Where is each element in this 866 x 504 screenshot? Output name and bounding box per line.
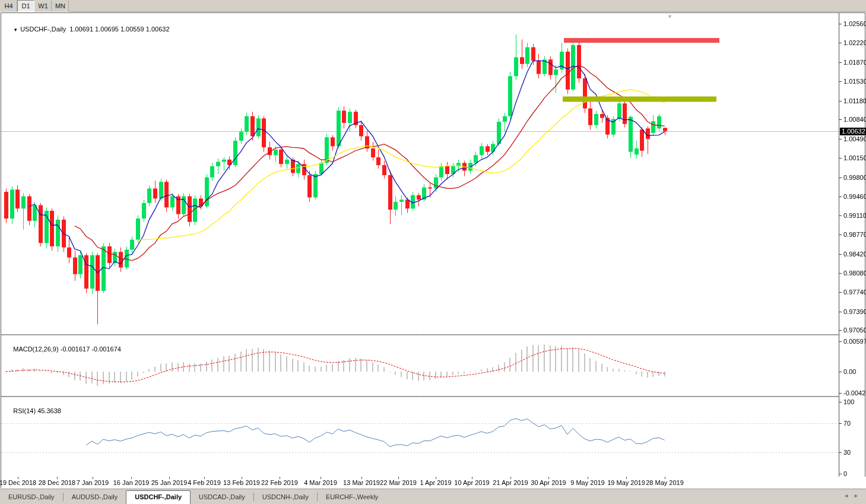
price-axis-label: 1.02560 xyxy=(843,20,866,27)
chart-tab-eurchf[interactable]: EURCHF-,Weekly xyxy=(318,491,386,503)
timeframe-toolbar: H4D1W1MN xyxy=(0,0,866,12)
current-bid-price-badge: 1.00632 xyxy=(840,128,866,135)
price-axis-label: 0.99110 xyxy=(843,212,866,219)
date-axis-label: 19 May 2019 xyxy=(607,479,645,486)
macd-axis-label: 0.00597 xyxy=(843,338,866,345)
ohlc-close: 1.00632 xyxy=(146,26,170,33)
ohlc-high: 1.00695 xyxy=(95,26,119,33)
price-axis-label: 0.98420 xyxy=(843,251,866,258)
chart-symbol-period: USDCHF-,Daily xyxy=(20,26,66,33)
chart-window: ▼USDCHF-,Daily 1.00691 1.00695 1.00559 1… xyxy=(1,12,865,488)
timeframe-button-w1[interactable]: W1 xyxy=(34,0,52,12)
ohlc-low: 1.00559 xyxy=(120,26,144,33)
price-axis-label: 0.98080 xyxy=(843,270,866,277)
price-axis-label: 0.99460 xyxy=(843,193,866,200)
price-axis-label: 1.00490 xyxy=(843,135,866,142)
date-axis-label: 4 Feb 2019 xyxy=(188,479,221,486)
date-axis-label: 1 Apr 2019 xyxy=(420,479,451,486)
rsi-axis-label: 70 xyxy=(843,420,866,427)
date-axis-label: 13 Feb 2019 xyxy=(223,479,260,486)
macd-signal-value: -0.001674 xyxy=(91,345,121,353)
date-axis-label: 7 Jan 2019 xyxy=(77,479,109,486)
date-axis-label: 21 Apr 2019 xyxy=(493,479,528,486)
chart-tab-usdcad[interactable]: USDCAD-,Daily xyxy=(191,491,253,503)
mt4-terminal: { "toolbar":{ "buttons":[ {"label":"H4",… xyxy=(0,0,866,504)
date-axis-label: 22 Feb 2019 xyxy=(261,479,298,486)
rsi-name: RSI(14) xyxy=(13,407,36,414)
price-axis-label: 1.01180 xyxy=(843,97,866,104)
macd-main-value: -0.001617 xyxy=(61,345,90,353)
timeframe-button-d1[interactable]: D1 xyxy=(17,0,34,12)
macd-axis-label: 0.00 xyxy=(843,368,866,375)
date-axis-label: 9 May 2019 xyxy=(570,479,604,486)
price-axis-label: 1.00840 xyxy=(843,116,866,123)
timeframe-button-h4[interactable]: H4 xyxy=(0,0,17,12)
ohlc-open: 1.00691 xyxy=(69,26,93,33)
date-axis-label: 19 Dec 2018 xyxy=(0,479,36,486)
tab-scroll-right-icon[interactable]: ► xyxy=(854,493,864,499)
price-axis-label: 1.01530 xyxy=(843,78,866,85)
rsi-axis-label: 30 xyxy=(843,449,866,456)
chart-title: ▼USDCHF-,Daily 1.00691 1.00695 1.00559 1… xyxy=(6,18,170,40)
tab-scroll-buttons: ◄► xyxy=(843,493,864,499)
chart-tab-bar: EURUSD-,DailyAUDUSD-,DailyUSDCHF-,DailyU… xyxy=(0,489,866,504)
date-axis[interactable]: 19 Dec 201828 Dec 20187 Jan 201916 Jan 2… xyxy=(1,477,866,489)
chart-shift-marker-icon[interactable]: ▼ xyxy=(667,14,673,20)
price-axis-label: 0.97050 xyxy=(843,327,866,334)
price-axis-label: 0.98770 xyxy=(843,231,866,238)
date-axis-label: 30 Apr 2019 xyxy=(531,479,566,486)
date-axis-label: 25 Jan 2019 xyxy=(151,479,188,486)
price-axis-label: 1.00150 xyxy=(843,154,866,161)
date-axis-label: 28 Dec 2018 xyxy=(39,479,75,486)
chart-tab-usdcnh[interactable]: USDCNH-,Daily xyxy=(254,491,317,503)
price-chart-canvas[interactable] xyxy=(1,13,866,487)
price-axis-label: 1.01870 xyxy=(843,59,866,66)
price-axis-label: 0.97740 xyxy=(843,289,866,296)
date-axis-label: 16 Jan 2019 xyxy=(113,479,150,486)
timeframe-button-mn[interactable]: MN xyxy=(52,0,69,12)
chart-tab-usdchf[interactable]: USDCHF-,Daily xyxy=(126,490,191,504)
price-axis-label: 0.97390 xyxy=(843,308,866,315)
date-axis-label: 22 Mar 2019 xyxy=(380,479,417,486)
price-axis-label: 0.99800 xyxy=(843,174,866,181)
macd-indicator-label: MACD(12,26,9) -0.001617 -0.001674 xyxy=(6,338,121,360)
chart-tab-eurusd[interactable]: EURUSD-,Daily xyxy=(0,491,63,503)
macd-axis-label: -0.00424 xyxy=(843,389,866,397)
date-axis-label: 28 May 2019 xyxy=(646,479,684,486)
date-axis-label: 4 Mar 2019 xyxy=(304,479,337,486)
rsi-indicator-label: RSI(14) 45.3638 xyxy=(6,400,61,421)
macd-name: MACD(12,26,9) xyxy=(13,345,58,353)
date-axis-label: 10 Apr 2019 xyxy=(454,479,489,486)
chart-tab-audusd[interactable]: AUDUSD-,Daily xyxy=(64,491,126,503)
symbol-dropdown-icon[interactable]: ▼ xyxy=(13,27,18,33)
date-axis-label: 13 Mar 2019 xyxy=(343,479,380,486)
rsi-value: 45.3638 xyxy=(37,407,61,414)
price-axis-label: 1.02220 xyxy=(843,39,866,46)
tab-scroll-left-icon[interactable]: ◄ xyxy=(843,493,854,499)
rsi-axis-label: 100 xyxy=(843,398,866,405)
